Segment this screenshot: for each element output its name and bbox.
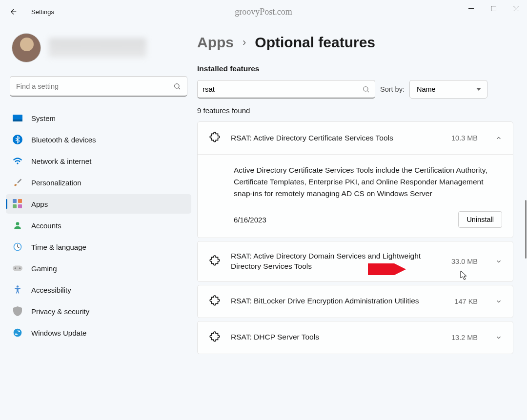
- feature-header[interactable]: RSAT: BitLocker Drive Encryption Adminis…: [198, 285, 513, 318]
- titlebar: Settings groovyPost.com: [0, 0, 527, 23]
- person-icon: [13, 220, 22, 230]
- installed-features-heading: Installed features: [197, 64, 513, 73]
- minimize-button[interactable]: [460, 0, 482, 17]
- nav-label: Windows Update: [31, 329, 86, 337]
- feature-install-date: 6/16/2023: [234, 216, 266, 224]
- nav-privacy[interactable]: Privacy & security: [6, 301, 191, 321]
- chevron-down-icon: [495, 334, 502, 341]
- avatar: [12, 33, 41, 62]
- feature-detail: Active Directory Certificate Services To…: [198, 154, 513, 238]
- feature-header[interactable]: RSAT: Active Directory Domain Services a…: [198, 241, 513, 281]
- watermark-text: groovyPost.com: [235, 7, 292, 17]
- nav-label: Personalization: [31, 179, 81, 187]
- result-count: 9 features found: [197, 106, 513, 115]
- svg-rect-6: [13, 120, 22, 121]
- gamepad-icon: [13, 263, 22, 273]
- filter-row: Sort by: Name: [197, 80, 513, 99]
- feature-card: RSAT: Active Directory Certificate Servi…: [197, 121, 513, 238]
- chevron-down-icon: [495, 298, 502, 305]
- nav-label: Network & internet: [31, 157, 91, 165]
- feature-header[interactable]: RSAT: Active Directory Certificate Servi…: [198, 122, 513, 154]
- svg-rect-8: [13, 199, 17, 203]
- feature-filter[interactable]: [197, 80, 375, 99]
- uninstall-button[interactable]: Uninstall: [458, 211, 502, 228]
- wifi-icon: [13, 156, 22, 166]
- nav-network[interactable]: Network & internet: [6, 151, 191, 171]
- feature-name: RSAT: Active Directory Domain Services a…: [231, 251, 442, 272]
- nav-label: Privacy & security: [31, 307, 89, 316]
- feature-size: 10.3 MB: [451, 134, 478, 142]
- system-icon: [13, 113, 22, 123]
- feature-card: RSAT: DHCP Server Tools 13.2 MB: [197, 321, 513, 354]
- svg-rect-1: [491, 6, 496, 11]
- nav-apps[interactable]: Apps: [6, 194, 191, 214]
- feature-name: RSAT: BitLocker Drive Encryption Adminis…: [231, 296, 445, 306]
- profile-section[interactable]: [6, 23, 191, 76]
- svg-point-20: [364, 86, 368, 91]
- breadcrumb-parent[interactable]: Apps: [197, 34, 234, 51]
- nav-bluetooth[interactable]: Bluetooth & devices: [6, 130, 191, 149]
- scrollbar-thumb[interactable]: [525, 200, 527, 259]
- feature-size: 13.2 MB: [451, 334, 478, 341]
- svg-point-18: [17, 285, 19, 287]
- sort-value: Name: [417, 85, 436, 93]
- puzzle-icon: [208, 295, 221, 308]
- svg-rect-10: [13, 204, 17, 208]
- close-button[interactable]: [505, 0, 527, 17]
- puzzle-icon: [208, 255, 221, 268]
- back-button[interactable]: [4, 2, 23, 21]
- feature-name: RSAT: Active Directory Certificate Servi…: [231, 133, 442, 143]
- minimize-icon: [468, 6, 474, 11]
- brush-icon: [13, 178, 22, 187]
- svg-point-12: [16, 222, 20, 225]
- feature-footer: 6/16/2023 Uninstall: [234, 211, 502, 228]
- shield-icon: [13, 306, 22, 316]
- nav-label: Accounts: [31, 221, 61, 230]
- feature-size: 147 KB: [454, 298, 478, 305]
- sidebar: System Bluetooth & devices Network & int…: [0, 23, 197, 420]
- maximize-button[interactable]: [482, 0, 505, 17]
- nav-accounts[interactable]: Accounts: [6, 216, 191, 235]
- apps-icon: [13, 199, 22, 209]
- feature-filter-input[interactable]: [203, 85, 362, 93]
- nav-label: Accessibility: [31, 286, 71, 294]
- puzzle-icon: [208, 331, 221, 344]
- sort-select[interactable]: Name: [409, 80, 487, 99]
- nav-accessibility[interactable]: Accessibility: [6, 280, 191, 300]
- chevron-down-icon: [495, 258, 502, 265]
- nav-label: System: [31, 114, 56, 122]
- puzzle-icon: [208, 132, 221, 144]
- chevron-right-icon: ›: [243, 36, 246, 49]
- clock-icon: [13, 242, 22, 252]
- nav-personalization[interactable]: Personalization: [6, 173, 191, 192]
- settings-search[interactable]: [10, 76, 187, 97]
- profile-name-blurred: [49, 38, 146, 58]
- arrow-left-icon: [9, 7, 18, 16]
- feature-description: Active Directory Certificate Services To…: [234, 164, 502, 200]
- update-icon: [13, 328, 22, 338]
- svg-rect-9: [18, 199, 22, 203]
- feature-card: RSAT: Active Directory Domain Services a…: [197, 241, 513, 282]
- breadcrumb: Apps › Optional features: [197, 34, 513, 51]
- nav-label: Apps: [31, 200, 48, 208]
- svg-point-16: [15, 267, 17, 269]
- feature-name: RSAT: DHCP Server Tools: [231, 332, 442, 342]
- svg-point-4: [175, 83, 179, 88]
- nav-windows-update[interactable]: Windows Update: [6, 323, 191, 342]
- search-icon: [173, 82, 181, 90]
- window-title: Settings: [31, 8, 54, 16]
- feature-card: RSAT: BitLocker Drive Encryption Adminis…: [197, 285, 513, 318]
- nav-label: Bluetooth & devices: [31, 136, 96, 144]
- nav-system[interactable]: System: [6, 108, 191, 128]
- breadcrumb-current: Optional features: [255, 34, 375, 51]
- nav-list: System Bluetooth & devices Network & int…: [6, 108, 191, 342]
- svg-rect-11: [18, 204, 22, 208]
- nav-label: Gaming: [31, 264, 57, 273]
- settings-search-input[interactable]: [16, 82, 173, 90]
- nav-gaming[interactable]: Gaming: [6, 259, 191, 278]
- feature-header[interactable]: RSAT: DHCP Server Tools 13.2 MB: [198, 321, 513, 354]
- svg-point-19: [14, 329, 22, 337]
- nav-time-language[interactable]: Time & language: [6, 237, 191, 257]
- svg-point-17: [19, 267, 21, 269]
- accessibility-icon: [13, 285, 22, 295]
